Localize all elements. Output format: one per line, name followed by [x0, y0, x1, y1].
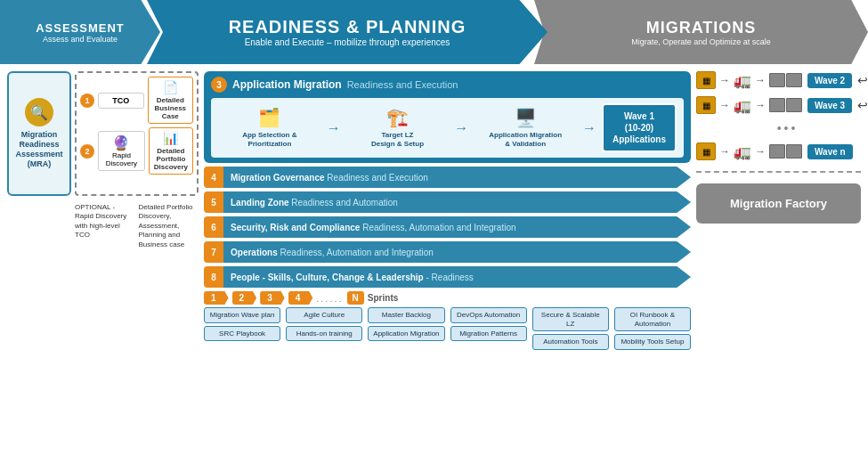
server-small [769, 73, 785, 87]
sprint-item: Master Backlog [368, 307, 444, 323]
sprint-numbers-row: 1 2 3 4 ...... N Sprints [204, 291, 691, 305]
section-5-badge: 5 [204, 191, 223, 213]
section-7-content: Operations Readiness, Automation and Int… [223, 241, 691, 263]
wave-n-row: ▦ → 🚛 → Wave n [696, 142, 861, 160]
dashed-box: 1 TCO 📄 Detailed Business Case 2 [75, 71, 199, 196]
wave-3-label: Wave 3 [807, 98, 852, 113]
migration-factory-label: Migration Factory [730, 197, 827, 210]
mra-label: Migration Readiness Assessment (MRA) [12, 130, 66, 168]
server-icon-1: ▦ [696, 71, 716, 89]
app-migration-flow-label: Application Migration& Validation [489, 131, 562, 148]
rapid-icon: 🔮 [112, 134, 130, 151]
sprint-4-badge: 4 [288, 291, 313, 305]
right-of-mra: 1 TCO 📄 Detailed Business Case 2 [75, 71, 199, 196]
section-6-badge: 6 [204, 216, 223, 238]
sprint-n-badge: N [347, 291, 364, 305]
server-small [769, 144, 785, 159]
right-arrow-icon-2: → [755, 74, 766, 86]
sprint-col-3: Master Backlog Application Migration [368, 307, 444, 350]
sprint-item: Secure & Scalable LZ [532, 307, 609, 331]
server-small [786, 73, 802, 87]
right-panel: ▦ → 🚛 → Wave 2 ↩ ▦ → 🚛 → [696, 71, 861, 468]
app-migration-title: Application Migration [232, 78, 342, 91]
tco-card: TCO [98, 93, 144, 109]
readiness-subtitle: Enable and Execute – mobilize through ex… [245, 37, 450, 47]
right-arrow-icon: → [719, 74, 730, 86]
detailed-business-card: 📄 Detailed Business Case [148, 77, 194, 124]
target-lz-icon: 🏗️ [386, 107, 409, 128]
migrations-subtitle: Migrate, Operate and Optimize at scale [631, 37, 771, 46]
sprints-area: 1 2 3 4 ...... N Sprints Migration Wave … [204, 291, 691, 350]
migration-factory-box: Migration Factory [696, 183, 861, 224]
app-selection-label: App Selection &Prioritization [242, 131, 296, 148]
assessment-banner: ASSESSMENT Assess and Evaluate [0, 0, 160, 64]
assessment-title: ASSESSMENT [36, 21, 125, 35]
section-4-row: 4 Migration Governance Readiness and Exe… [204, 167, 691, 188]
sprint-items-row: Migration Wave plan SRC Playbook Agile C… [204, 307, 691, 350]
flow-step-2: 🏗️ Target LZDesign & Setup [346, 107, 450, 148]
app-selection-icon: 🗂️ [258, 107, 280, 128]
detailed-portfolio-text: Detailed Portfolio Discovery, Assessment… [139, 199, 199, 253]
assessment-subtitle: Assess and Evaluate [43, 35, 118, 44]
truck-icon-3: 🚛 [734, 143, 751, 160]
sprint-item: Automation Tools [532, 334, 609, 350]
server-small [769, 98, 785, 112]
left-panel: 🔍 Migration Readiness Assessment (MRA) 1… [7, 71, 199, 468]
sprint-col-6: OI Runbook & Automation Mobility Tools S… [614, 307, 691, 350]
right-arrow-icon-4: → [755, 99, 766, 111]
flow-arrow-3: → [582, 120, 596, 136]
migrations-title: MIGRATIONS [646, 19, 757, 37]
section-6-content: Security, Risk and Compliance Readiness,… [223, 216, 691, 238]
document-icon: 📄 [163, 80, 178, 94]
middle-panel: 3 Application Migration Readiness and Ex… [204, 71, 691, 468]
sprint-col-4: DevOps Automation Migration Patterns [450, 307, 527, 350]
portfolio-icon: 📊 [163, 131, 178, 145]
app-migration-section: 3 Application Migration Readiness and Ex… [204, 71, 691, 163]
section-3-badge: 3 [211, 77, 227, 93]
server-small [786, 144, 802, 159]
section-7-badge: 7 [204, 241, 223, 263]
section-8-row: 8 People - Skills, Culture, Change & Lea… [204, 266, 691, 288]
right-arrow-icon-6: → [755, 145, 766, 158]
server-small [786, 98, 802, 112]
server-cluster-3 [769, 144, 802, 159]
section-7-row: 7 Operations Readiness, Automation and I… [204, 241, 691, 263]
sprint-col-2: Agile Culture Hands-on training [286, 307, 362, 350]
server-cluster-2 [769, 98, 802, 112]
main-content: 🔍 Migration Readiness Assessment (MRA) 1… [0, 64, 868, 472]
sprint-item: Migration Wave plan [204, 307, 280, 323]
flow-arrow-2: → [454, 120, 468, 136]
server-icon-3: ▦ [696, 142, 716, 160]
section-8-badge: 8 [204, 266, 223, 288]
server-icon-2: ▦ [696, 96, 716, 114]
sprints-label: Sprints [368, 293, 398, 303]
wave-n-label: Wave n [807, 144, 853, 159]
sprint-item: DevOps Automation [450, 307, 527, 323]
badge-1: 1 [80, 94, 94, 108]
right-arrow-icon-3: → [719, 99, 730, 111]
wave-3-row: ▦ → 🚛 → Wave 3 ↩ [696, 96, 861, 114]
waves-section: ▦ → 🚛 → Wave 2 ↩ ▦ → 🚛 → [696, 71, 861, 224]
wave-dots: ••• [696, 121, 861, 135]
app-migration-subtitle: Readiness and Execution [347, 79, 458, 90]
mra-box: 🔍 Migration Readiness Assessment (MRA) [7, 71, 71, 196]
left-top-row: 🔍 Migration Readiness Assessment (MRA) 1… [7, 71, 199, 196]
wave-3-turn-arrow: ↩ [857, 98, 868, 112]
sprint-item: Mobility Tools Setup [614, 334, 691, 350]
section-6-row: 6 Security, Risk and Compliance Readines… [204, 216, 691, 238]
wave-2-icons: ▦ → 🚛 → [696, 71, 802, 89]
detailed-portfolio-card: 📊 Detailed Portfolio Discovery [149, 127, 193, 175]
sprint-item: Agile Culture [286, 307, 362, 323]
optional-row: OPTIONAL - Rapid Discovery with high-lev… [7, 199, 199, 253]
app-migration-flow-icon: 🖥️ [515, 107, 537, 128]
server-cluster-1 [769, 73, 802, 87]
wave-3-icons: ▦ → 🚛 → [696, 96, 802, 114]
wave-2-label: Wave 2 [807, 73, 852, 88]
dashed-separator [696, 171, 861, 173]
wave-2-turn-arrow: ↩ [857, 73, 868, 87]
truck-icon-2: 🚛 [734, 97, 751, 114]
right-arrow-icon-5: → [719, 145, 730, 158]
flow-arrow-1: → [327, 120, 341, 136]
sprint-item: Migration Patterns [450, 326, 527, 342]
section-4-badge: 4 [204, 167, 223, 188]
